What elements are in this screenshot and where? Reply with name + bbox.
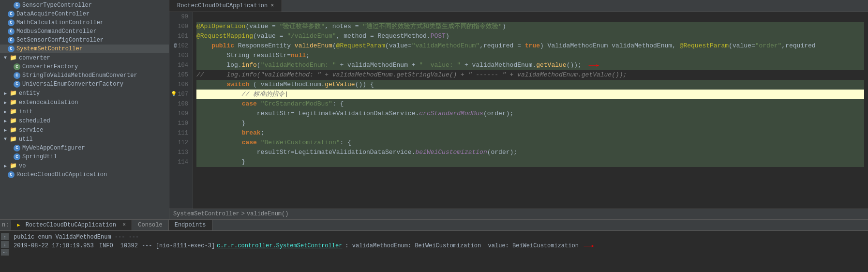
sidebar-item-label: DataAcquireController (16, 11, 90, 17)
code-token (196, 138, 242, 148)
sidebar-item-label: MathCalculationController (16, 19, 104, 26)
code-token (257, 138, 261, 148)
code-token: RequestMethod. (378, 31, 431, 41)
code-line-101: @RequestMapping(value = "/valideEnum", m… (196, 31, 864, 41)
sidebar-item-springutil[interactable]: C SpringUtil (0, 152, 169, 161)
sidebar-item-label: SensorTypeController (22, 2, 92, 9)
sidebar-item-label: vo (19, 163, 26, 169)
code-token (196, 80, 226, 90)
scroll-more-button[interactable]: ⋯ (1, 249, 9, 256)
annotation-token: @RequestParam (680, 41, 729, 51)
sidebar-item-universalenum[interactable]: C UniversalEnumConverterFactory (0, 80, 169, 89)
folder-icon: 📁 (10, 126, 17, 134)
code-token: String resultStr= (196, 51, 291, 60)
class-icon: C (8, 11, 15, 17)
code-token: (order); (483, 109, 513, 119)
cursor: | (284, 90, 288, 99)
sidebar-item-rocteccloudapp[interactable]: C RoctecCloudDtuCApplication (0, 170, 169, 179)
bottom-tab-console[interactable]: Console (132, 220, 168, 230)
editor-area: RoctecCloudDtuCApplication × 99 100 101 … (169, 0, 868, 219)
sidebar-item-label: entity (19, 90, 40, 97)
code-line-109: resultStr= LegitimateValidationDataServi… (196, 109, 864, 119)
code-token: + validaMethodEnum. (461, 60, 536, 70)
code-line-99 (196, 12, 864, 22)
sidebar-item-modbuscommand[interactable]: C ModbusCommandController (0, 27, 169, 36)
string-token: "/valideEnum" (287, 31, 336, 41)
sidebar-item-converter-folder[interactable]: ▼ 📁 converter (0, 53, 169, 62)
red-arrow-2-icon: → (584, 242, 594, 250)
sidebar-item-mywebappconfigurer[interactable]: C MyWebAppConfigurer (0, 144, 169, 152)
bottom-tab-endpoints-label: Endpoints (175, 222, 206, 228)
class-icon: C (14, 63, 20, 70)
class-icon: C (14, 153, 20, 160)
sidebar-item-init-folder[interactable]: ▶ 📁 init (0, 107, 169, 116)
code-token: : { (332, 99, 344, 109)
class-icon: C (14, 81, 20, 88)
sidebar-item-dataacquirecontroller[interactable]: C DataAcquireController (0, 10, 169, 18)
code-token: : { (340, 138, 351, 148)
sidebar-item-label: scheduled (19, 118, 50, 124)
bulb-line-icon: 💡 (171, 90, 177, 99)
sidebar-item-converterfactory[interactable]: C ConverterFactory (0, 62, 169, 71)
sidebar-item-entity-folder[interactable]: ▶ 📁 entity (0, 89, 169, 98)
logger-name[interactable]: c.r.r.controller.SystemSetController (217, 242, 342, 250)
sidebar-item-label: ModbusCommandController (16, 28, 97, 35)
thread-info: --- [nio-8111-exec-3] (142, 242, 215, 250)
sidebar-item-label: converter (19, 55, 50, 61)
class-icon: C (8, 171, 15, 178)
code-token: ; (306, 51, 310, 60)
sidebar-item-label: RoctecCloudDtuCApplication (16, 171, 107, 178)
tab-close-icon[interactable]: × (270, 2, 274, 9)
editor-tab-roctec[interactable]: RoctecCloudDtuCApplication × (169, 0, 282, 12)
code-token: POST (431, 31, 446, 41)
arrow-right-icon: ▶ (4, 91, 10, 96)
folder-icon: 📁 (10, 54, 17, 61)
bottom-tab-bar: n: ▶ RoctecCloudDtuCApplication × Consol… (0, 220, 868, 231)
code-line-103: String resultStr=null; (196, 51, 864, 60)
scroll-up-button[interactable]: ↑ (1, 233, 9, 240)
sidebar-item-sensortypecontroller[interactable]: C SensorTypeController (0, 1, 169, 10)
sidebar-item-systemsetcontroller[interactable]: C SystemSetController (0, 45, 169, 53)
sidebar-item-util-folder[interactable]: ▼ 📁 util (0, 135, 169, 144)
code-line-113: resultStr=LegitimateValidationDataServic… (196, 148, 864, 157)
sidebar-item-label: init (19, 108, 33, 115)
sidebar-item-vo-folder[interactable]: ▶ 📁 vo (0, 161, 169, 170)
bottom-tab-roctec[interactable]: ▶ RoctecCloudDtuCApplication × (11, 220, 132, 230)
annotation-token: @ApiOperation (196, 22, 245, 31)
sidebar-item-stringtovalida[interactable]: C StringToValidaMethodEnumConverter (0, 71, 169, 80)
tab-close-icon[interactable]: × (122, 222, 126, 228)
arrow-down-icon: ▼ (4, 55, 10, 60)
class-icon: C (14, 2, 20, 9)
string-token: "validaMethodEnum" (412, 41, 479, 51)
code-token: ,required = (479, 41, 525, 51)
class-icon: C (8, 45, 15, 52)
method-token: crcStandardModBus (419, 109, 483, 119)
class-icon: C (14, 72, 20, 79)
class-icon: C (8, 28, 15, 35)
folder-icon: 📁 (10, 162, 17, 169)
sidebar: C SensorTypeController C DataAcquireCont… (0, 0, 169, 219)
code-line-114: } (196, 157, 864, 167)
bottom-tab-label: RoctecCloudDtuCApplication (26, 222, 116, 228)
breadcrumb-sep: > (241, 211, 245, 217)
sidebar-item-mathcalculation[interactable]: C MathCalculationController (0, 18, 169, 27)
sidebar-item-service-folder[interactable]: ▶ 📁 service (0, 125, 169, 135)
folder-icon: 📁 (10, 99, 17, 106)
comment-token: // log.info("validaMethod: " + validaMet… (196, 70, 627, 80)
sidebar-item-extendcalculation-folder[interactable]: ▶ 📁 extendcalculation (0, 98, 169, 107)
folder-icon: 📁 (10, 108, 17, 115)
code-token (196, 60, 226, 70)
code-editor[interactable]: @ApiOperation(value = "验证枚举参数", notes = … (193, 12, 868, 209)
code-line-102: public ResponseEntity valideEnum(@Reques… (196, 41, 864, 51)
sidebar-item-setsensorconfig[interactable]: C SetSensorConfigController (0, 36, 169, 45)
sidebar-item-scheduled-folder[interactable]: ▶ 📁 scheduled (0, 116, 169, 125)
log-message: : validaMethodEnum: BeiWeiCustomization … (345, 242, 578, 250)
console-line-1: public enum ValidaMethodEnum --- --- (14, 233, 864, 242)
bottom-tab-endpoints[interactable]: Endpoints (169, 220, 212, 230)
class-icon: C (8, 19, 15, 26)
folder-icon: 📁 (10, 90, 17, 97)
keyword-token: null (291, 51, 306, 60)
scroll-down-button[interactable]: ↓ (1, 241, 9, 248)
code-token: ()) { (355, 80, 374, 90)
keyword-switch: switch (226, 80, 249, 90)
